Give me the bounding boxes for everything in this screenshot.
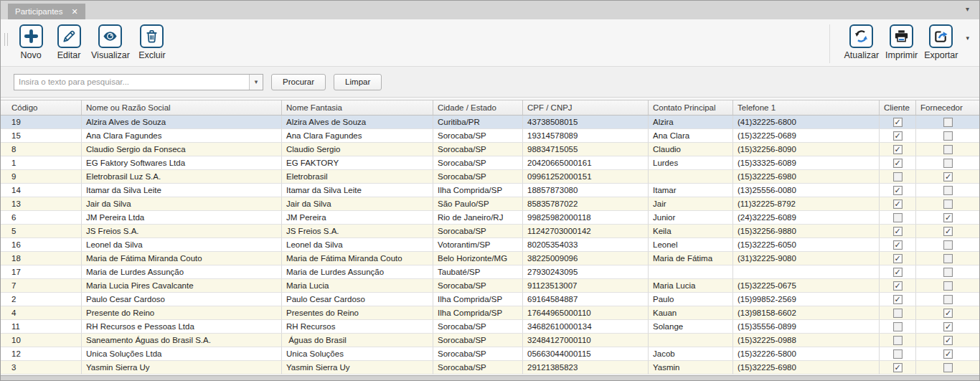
cell-fantasia: Jair da Silva — [282, 197, 433, 211]
novo-button[interactable]: Novo — [15, 24, 47, 60]
grid-row-3[interactable]: 3Yasmin Sierra UyYasmin Sierra UySorocab… — [1, 361, 979, 375]
fornecedor-checkbox[interactable]: ✓ — [943, 349, 953, 359]
cell-fantasia: RH Recursos — [282, 320, 433, 334]
procurar-button[interactable]: Procurar — [271, 74, 326, 90]
cell-fornecedor — [916, 361, 979, 375]
tab-close-icon[interactable]: ✕ — [71, 7, 77, 17]
fornecedor-checkbox[interactable] — [943, 186, 953, 195]
fornecedor-checkbox[interactable]: ✓ — [943, 336, 953, 345]
cliente-checkbox[interactable] — [893, 213, 903, 222]
fornecedor-checkbox[interactable]: ✓ — [943, 227, 953, 236]
toolbar-grip[interactable] — [4, 33, 8, 46]
grid-row-7[interactable]: 7Maria Lucia Pires CavalcanteMaria Lucia… — [1, 279, 979, 293]
cliente-checkbox[interactable] — [893, 309, 903, 318]
cell-cliente: ✓ — [880, 293, 916, 306]
cliente-checkbox[interactable] — [893, 349, 903, 359]
grid-row-4[interactable]: 4Presente do ReinoPresentes do ReinoIlha… — [1, 306, 979, 320]
tab-participantes[interactable]: Participantes ✕ — [8, 4, 85, 19]
grid-row-8[interactable]: 8Claudio Sergio da FonsecaClaudio Sergio… — [1, 143, 979, 156]
column-header-telefone[interactable]: Telefone 1 — [733, 100, 880, 115]
fornecedor-checkbox[interactable] — [943, 199, 953, 209]
search-dropdown-arrow-icon[interactable]: ▾ — [249, 75, 263, 90]
visualizar-button[interactable]: Visualizar — [91, 24, 130, 60]
fornecedor-checkbox[interactable] — [943, 268, 953, 277]
cliente-checkbox[interactable]: ✓ — [893, 159, 903, 168]
column-header-codigo[interactable]: Código — [1, 100, 82, 115]
cell-telefone: (13)25556-0080 — [733, 184, 880, 197]
fornecedor-checkbox[interactable] — [943, 145, 953, 154]
grid-row-19[interactable]: 19Alzira Alves de SouzaAlzira Alves de S… — [1, 116, 979, 129]
cliente-checkbox[interactable]: ✓ — [893, 295, 903, 304]
cell-fantasia: JS Freios S.A. — [282, 225, 433, 238]
grid-row-15[interactable]: 15Ana Clara FagundesAna Clara FagundesSo… — [1, 129, 979, 143]
column-header-fantasia[interactable]: Nome Fantasia — [282, 100, 433, 115]
column-header-cpf[interactable]: CPF / CNPJ — [523, 100, 649, 115]
cliente-checkbox[interactable]: ✓ — [893, 186, 903, 195]
cliente-checkbox[interactable]: ✓ — [893, 118, 903, 127]
cliente-checkbox[interactable]: ✓ — [893, 199, 903, 209]
cell-cliente: ✓ — [880, 116, 916, 129]
cliente-checkbox[interactable]: ✓ — [893, 227, 903, 236]
cliente-checkbox[interactable] — [893, 172, 903, 182]
editar-button[interactable]: Editar — [53, 24, 85, 60]
excluir-button[interactable]: Excluir — [136, 24, 168, 60]
cell-codigo: 13 — [1, 197, 82, 211]
cliente-checkbox[interactable]: ✓ — [893, 240, 903, 250]
cell-cliente: ✓ — [880, 238, 916, 252]
fornecedor-checkbox[interactable] — [943, 281, 953, 291]
cliente-checkbox[interactable]: ✓ — [893, 254, 903, 263]
cliente-checkbox[interactable]: ✓ — [893, 281, 903, 291]
grid-row-5[interactable]: 5JS Freios S.A.JS Freios S.A.Sorocaba/SP… — [1, 225, 979, 238]
cell-nome: Leonel da Silva — [82, 238, 282, 252]
fornecedor-checkbox[interactable] — [943, 118, 953, 127]
grid-row-14[interactable]: 14Itamar da Silva LeiteItamar da Silva L… — [1, 184, 979, 197]
fornecedor-checkbox[interactable] — [943, 254, 953, 263]
exportar-button[interactable]: Exportar — [924, 24, 958, 63]
grid-row-13[interactable]: 13Jair da SilvaJair da SilvaSão Paulo/SP… — [1, 197, 979, 211]
fornecedor-checkbox[interactable] — [943, 240, 953, 250]
cell-cidade: Taubaté/SP — [433, 265, 523, 279]
fornecedor-checkbox[interactable] — [943, 131, 953, 141]
limpar-button[interactable]: Limpar — [334, 74, 382, 90]
grid-row-18[interactable]: 18Maria de Fátima Miranda CoutoMaria de … — [1, 252, 979, 265]
cell-codigo: 12 — [1, 347, 82, 361]
fornecedor-checkbox[interactable]: ✓ — [943, 309, 953, 318]
cell-cliente — [880, 306, 916, 320]
fornecedor-checkbox[interactable]: ✓ — [943, 213, 953, 222]
cell-cpf: 91123513007 — [523, 279, 649, 293]
exportar-dropdown-arrow-icon[interactable]: ▾ — [966, 34, 969, 42]
grid-row-16[interactable]: 16Leonel da SilvaLeonel da SilvaVotorant… — [1, 238, 979, 252]
fornecedor-checkbox[interactable]: ✓ — [943, 322, 953, 331]
column-header-cidade[interactable]: Cidade / Estado — [433, 100, 523, 115]
cell-contato: Itamar — [649, 184, 733, 197]
grid-row-2[interactable]: 2Paulo Cesar CardosoPaulo Cesar CardosoI… — [1, 293, 979, 306]
cliente-checkbox[interactable]: ✓ — [893, 145, 903, 154]
grid-row-1[interactable]: 1EG Faktory Softwares LtdaEG FAKTORYSoro… — [1, 156, 979, 170]
cliente-checkbox[interactable]: ✓ — [893, 131, 903, 141]
fornecedor-checkbox[interactable]: ✓ — [943, 172, 953, 182]
column-header-fornecedor[interactable]: Fornecedor — [916, 100, 979, 115]
cliente-checkbox[interactable] — [893, 322, 903, 331]
cell-cidade: Ilha Comprida/SP — [433, 184, 523, 197]
imprimir-button[interactable]: Imprimir — [885, 24, 918, 63]
grid-row-6[interactable]: 6JM Pereira LtdaJM PereiraRio de Janeiro… — [1, 211, 979, 225]
grid-row-10[interactable]: 10Saneamento Águas do Brasil S.A. Águas … — [1, 334, 979, 347]
atualizar-button[interactable]: Atualizar — [844, 24, 879, 63]
search-input[interactable] — [14, 75, 249, 90]
cliente-checkbox[interactable]: ✓ — [893, 363, 903, 372]
fornecedor-checkbox[interactable] — [943, 159, 953, 168]
grid-row-17[interactable]: 17Maria de Lurdes AssunçãoMaria de Lurde… — [1, 265, 979, 279]
cell-codigo: 8 — [1, 143, 82, 156]
grid-row-12[interactable]: 12Unica Soluções LtdaUnica SoluçõesSoroc… — [1, 347, 979, 361]
grid-row-9[interactable]: 9Eletrobrasil Luz S.A.EletrobrasilSoroca… — [1, 170, 979, 184]
column-header-cliente[interactable]: Cliente — [880, 100, 916, 115]
grid-row-11[interactable]: 11RH Recursos e Pessoas LtdaRH RecursosS… — [1, 320, 979, 334]
fornecedor-checkbox[interactable] — [943, 363, 953, 372]
cell-contato: Alzira — [649, 116, 733, 129]
cliente-checkbox[interactable] — [893, 336, 903, 345]
tab-overflow-arrow-icon[interactable]: ▾ — [966, 5, 969, 13]
cliente-checkbox[interactable]: ✓ — [893, 268, 903, 277]
column-header-nome[interactable]: Nome ou Razão Social — [82, 100, 282, 115]
column-header-contato[interactable]: Contato Principal — [649, 100, 733, 115]
fornecedor-checkbox[interactable] — [943, 295, 953, 304]
